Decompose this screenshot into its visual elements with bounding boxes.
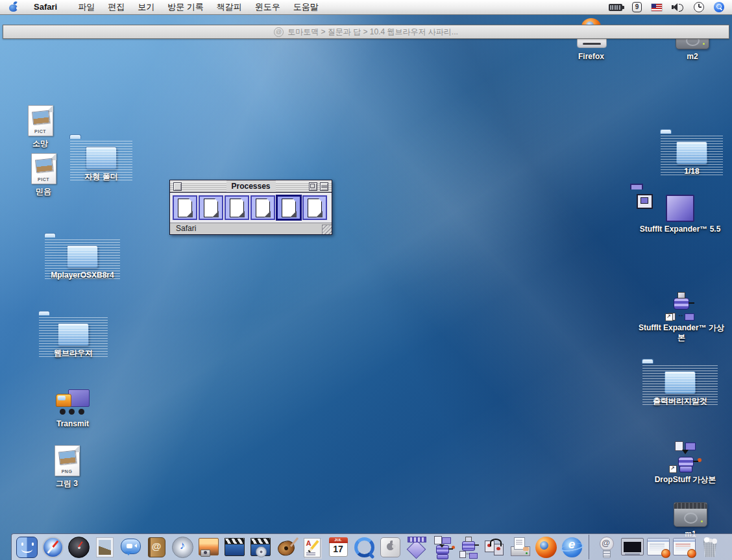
menu-bookmarks[interactable]: 책갈피 [210,0,249,14]
dock-item-dockurl[interactable]: @ [594,535,618,559]
document-icon [256,199,270,217]
processes-window: Processes Safari [169,180,332,235]
dock-item-addressbook[interactable]: @ [145,535,169,559]
dock-item-dashboard[interactable] [67,535,91,559]
document-icon [230,199,244,217]
dock-item-firefox[interactable] [534,535,558,559]
desktop-icon-stuffit-expander-55[interactable]: StuffIt Expander™ 5.5 [631,189,729,234]
desktop-icon-m1[interactable]: m1 [658,496,723,539]
process-icon-1[interactable] [173,195,197,220]
desktop-icon-stuffit-expander-alias[interactable]: StuffIt Expander™ 가상본 [636,289,727,343]
dock-item-minwin-media[interactable] [620,535,644,559]
document-icon [204,199,218,217]
stuffitexp-icon [462,541,475,551]
menu-edit[interactable]: 편집 [101,0,131,14]
desktop-icon-picture-3[interactable]: PNG 그림 3 [38,445,96,489]
stuffit-expander-app-icon [666,195,694,222]
process-icon-5[interactable] [276,195,301,220]
process-icon-3[interactable] [225,195,249,220]
document-icon [308,199,322,217]
input-source-icon[interactable] [632,2,642,12]
dock-item-trash[interactable] [698,535,722,559]
icon-label: StuffIt Expander™ 가상본 [636,323,727,343]
transmit-truck-icon [55,387,91,417]
dock-item-safari[interactable] [41,535,65,559]
icon-label: 소망 [32,139,48,149]
close-box-icon[interactable] [173,182,182,191]
menu-history[interactable]: 방문 기록 [161,0,210,14]
desktop-icon-dropstuff-alias[interactable]: DropStuff 가상본 [643,441,727,485]
us-flag-icon[interactable] [652,4,662,11]
desktop-icon-mideum[interactable]: PICT 믿음 [14,153,73,197]
process-icon-4[interactable] [250,195,275,220]
collapse-box-icon[interactable] [320,182,328,191]
dock-item-ie[interactable]: e [560,535,584,559]
icon-label: DropStuff 가상본 [655,475,716,485]
processes-window-titlebar[interactable]: Processes [170,180,332,193]
app-menu-safari[interactable]: Safari [27,0,64,14]
menu-file[interactable]: 파일 [71,0,101,14]
menu-window[interactable]: 윈도우 [249,0,287,14]
pict-file-icon: PICT [31,153,56,184]
stuffit-expander-alias-icon [665,289,698,321]
imovie-icon [225,538,245,556]
trash-icon [703,541,718,557]
folder-icon [86,147,117,169]
dock-item-dropstuff[interactable] [430,535,454,559]
desktop-icon-soman[interactable]: PICT 소망 [11,105,69,149]
desktop-icon-mplayer-folder[interactable]: MplayerOSXB8r4 [43,237,121,280]
menu-view[interactable]: 보기 [131,0,161,14]
collapsed-window-title: 토마토맥 > 질문과 답 > 10.4 웹브라우저 사파리... [287,27,458,38]
process-icon-6[interactable] [302,195,327,220]
dock-item-ichat[interactable] [119,535,143,559]
dock-item-stuffitdiamond[interactable] [404,535,428,559]
dock-item-diskcopy[interactable] [482,535,506,559]
icon-label: m2 [687,52,698,62]
desktop-icon-transmit[interactable]: Transmit [40,385,105,429]
dock-item-quicktime[interactable] [352,535,376,559]
spotlight-icon[interactable] [714,2,724,12]
desktop-icon-folder-1-18[interactable]: 1/18 [659,134,724,177]
menu-bar-status-area [609,2,732,12]
dock-item-applepanel[interactable] [378,535,402,559]
dock-item-iphoto[interactable] [197,535,221,559]
dock-item-itunes[interactable]: ♪ [171,535,195,559]
dock-item-stuffitexp[interactable] [456,535,480,559]
process-icon-2[interactable] [199,195,223,220]
desktop-icon-webbrowser-folder[interactable]: 웹브라우져 [38,315,109,358]
folder-icon [67,245,98,268]
icon-label: Transmit [56,419,89,429]
dock-item-finder[interactable] [15,535,39,559]
dock-item-ical[interactable]: JUL17 [326,535,350,559]
dock-item-printmonitor[interactable] [508,535,532,559]
dock-item-idvd[interactable] [249,535,273,559]
alias-arrow-icon [669,465,677,473]
resize-grip[interactable] [322,225,332,234]
dock-item-minwin-web1[interactable] [646,535,670,559]
dock-item-garageband[interactable] [274,535,299,559]
at-favicon-icon: @ [274,27,284,37]
processes-status-bar: Safari [170,223,332,234]
menu-help[interactable]: 도움말 [287,0,325,14]
pict-file-icon: PICT [28,105,53,136]
icon-label: StuffIt Expander™ 5.5 [640,225,721,234]
battery-icon[interactable] [609,4,622,11]
document-icon [282,199,296,217]
zoom-box-icon[interactable] [309,182,317,191]
dock-separator [589,535,589,559]
menu-bar: Safari 파일 편집 보기 방문 기록 책갈피 윈도우 도움말 [0,0,732,15]
desktop-icon-jahyung-folder[interactable]: 자형 폴더 [69,139,134,182]
process-icon-list [170,193,332,223]
stuffitdiamond-icon [406,539,426,559]
dock: @♪AJUL17e@ [11,533,732,560]
desktop-icon-chulryeok-folder[interactable]: 출력버리지말것 [641,363,719,406]
dock-item-appleworks[interactable]: A [300,535,324,559]
clock-icon[interactable] [694,2,704,12]
selected-process-name: Safari [176,224,196,233]
dock-item-mail[interactable] [93,535,117,559]
collapsed-window-titlebar[interactable]: @ 토마토맥 > 질문과 답 > 10.4 웹브라우저 사파리... [3,25,729,39]
volume-icon[interactable] [672,3,684,12]
apple-menu-icon[interactable] [9,2,18,12]
dock-item-imovie[interactable] [223,535,247,559]
dock-item-minwin-web2[interactable] [672,535,696,559]
